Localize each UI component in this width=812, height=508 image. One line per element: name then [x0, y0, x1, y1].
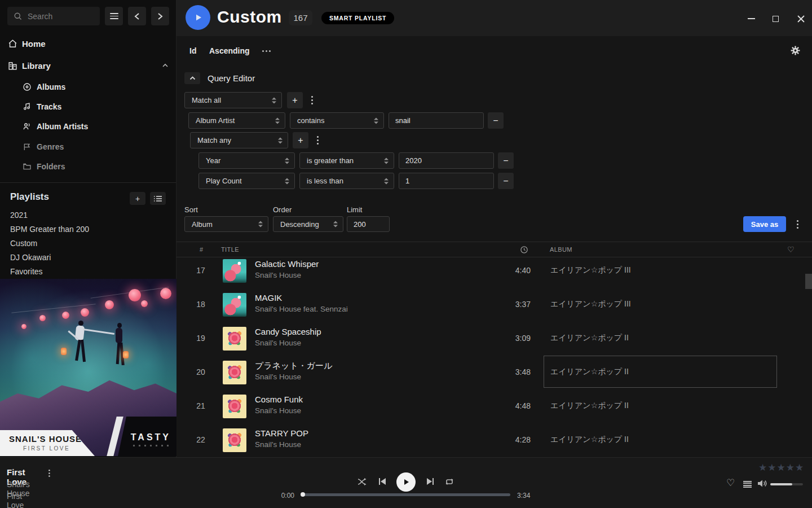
sort-field-chip[interactable]: Id — [189, 46, 196, 55]
menu-icon[interactable] — [105, 7, 123, 25]
track-row[interactable]: 19 Candy Spaceship Snail's House 3:09 エイ… — [176, 321, 812, 355]
save-menu-icon[interactable] — [792, 216, 802, 232]
rule-value-input[interactable] — [389, 112, 484, 129]
playlist-item[interactable]: 2021 — [10, 211, 28, 222]
group-menu-icon[interactable] — [307, 92, 317, 108]
sidebar-item-label: Folders — [37, 162, 65, 171]
track-duration: 3:48 — [481, 355, 531, 389]
playlist-list-icon[interactable] — [150, 192, 166, 205]
rule-field-select[interactable]: Album Artist — [188, 112, 285, 129]
star-icon[interactable]: ★ — [777, 463, 785, 472]
select-caret-icon — [278, 137, 283, 143]
playlist-item[interactable]: BPM Greater than 200 — [10, 225, 89, 236]
chevron-left-icon — [134, 12, 140, 20]
rule-operator-select[interactable]: is less than — [299, 173, 394, 189]
limit-input[interactable] — [347, 216, 390, 232]
save-as-button[interactable]: Save as — [743, 216, 786, 232]
progress-bar[interactable] — [302, 493, 510, 496]
more-options-icon[interactable] — [266, 50, 267, 52]
home-icon — [8, 39, 17, 49]
nested-group-menu-icon[interactable] — [312, 132, 323, 148]
add-rule-button[interactable]: + — [287, 92, 303, 108]
progress-handle[interactable] — [301, 492, 305, 497]
order-select[interactable]: Descending — [273, 216, 343, 232]
minus-icon: − — [503, 177, 508, 186]
track-album-cell[interactable]: エイリアン☆ポップ III — [544, 258, 777, 286]
sort-direction-chip[interactable]: Ascending — [209, 46, 250, 55]
duration-clock-icon[interactable] — [520, 246, 528, 254]
minimize-button[interactable] — [745, 12, 757, 25]
remove-rule-button[interactable]: − — [498, 152, 514, 169]
track-row[interactable]: 17 Galactic Whisper Snail's House 4:40 エ… — [176, 258, 812, 287]
select-caret-icon — [285, 178, 289, 184]
track-album-cell[interactable]: エイリアン☆ポップ II — [544, 423, 777, 456]
shuffle-button[interactable] — [352, 472, 372, 491]
total-time: 3:34 — [517, 492, 530, 500]
close-button[interactable] — [795, 12, 807, 25]
track-row[interactable]: 21 Cosmo Funk Snail's House 4:48 エイリアン☆ポ… — [176, 389, 812, 423]
favorite-heart-icon[interactable]: ♡ — [787, 245, 795, 254]
sidebar: Home Library Albums Tracks Album Artists… — [0, 0, 176, 457]
sidebar-item-album-artists[interactable]: Album Artists — [23, 121, 88, 132]
playlist-item[interactable]: Favorites — [10, 267, 43, 278]
add-nested-rule-button[interactable]: + — [293, 132, 308, 148]
sidebar-item-library[interactable]: Library — [8, 59, 169, 72]
plus-icon: + — [292, 96, 297, 105]
query-editor-collapse-button[interactable] — [184, 72, 200, 84]
search-input[interactable] — [27, 11, 95, 21]
column-album[interactable]: ALBUM — [550, 246, 572, 253]
track-album-cell[interactable]: エイリアン☆ポップ II — [544, 356, 777, 388]
track-album-cell[interactable]: エイリアン☆ポップ III — [544, 288, 777, 320]
previous-track-button[interactable] — [373, 472, 392, 491]
track-row[interactable]: 18 MAGIK Snail's House feat. Sennzai 3:3… — [176, 287, 812, 321]
play-playlist-button[interactable] — [186, 5, 210, 30]
track-row[interactable]: 22 STARRY POP Snail's House 4:28 エイリアン☆ポ… — [176, 423, 812, 457]
now-playing-artwork[interactable]: TASTY SNAIL'S HOUSE FIRST LOVE — [0, 279, 176, 456]
chevron-up-icon[interactable] — [162, 63, 169, 68]
remove-rule-button[interactable]: − — [498, 173, 514, 189]
star-icon[interactable]: ★ — [758, 463, 767, 472]
track-row[interactable]: 20 プラネット・ガール Snail's House 3:48 エイリアン☆ポッ… — [176, 355, 812, 389]
sidebar-item-albums[interactable]: Albums — [23, 81, 65, 93]
nested-match-type-select[interactable]: Match any — [190, 132, 288, 148]
back-button[interactable] — [128, 7, 146, 25]
now-playing-menu-icon[interactable] — [45, 466, 53, 480]
play-pause-button[interactable] — [396, 472, 416, 492]
settings-gear-icon[interactable] — [790, 45, 801, 56]
forward-button[interactable] — [151, 7, 169, 25]
label-logo-subtext — [167, 445, 169, 446]
rule-operator-select[interactable]: is greater than — [299, 152, 394, 169]
rule-field-select[interactable]: Play Count — [198, 173, 295, 189]
remove-rule-button[interactable]: − — [488, 112, 504, 129]
repeat-button[interactable] — [440, 472, 459, 491]
scrollbar-thumb[interactable] — [805, 274, 812, 289]
sidebar-item-tracks[interactable]: Tracks — [23, 101, 61, 112]
volume-icon[interactable] — [757, 479, 767, 488]
volume-slider[interactable] — [770, 483, 803, 485]
star-icon[interactable]: ★ — [786, 463, 795, 472]
next-track-button[interactable] — [421, 472, 440, 491]
queue-icon[interactable] — [743, 481, 752, 488]
playlist-item[interactable]: DJ Okawari — [10, 253, 51, 264]
sidebar-item-folders[interactable]: Folders — [23, 161, 65, 172]
rule-operator-select[interactable]: contains — [290, 112, 384, 129]
column-index[interactable]: # — [200, 246, 204, 253]
star-icon[interactable]: ★ — [767, 463, 776, 472]
column-title[interactable]: TITLE — [221, 246, 239, 253]
sidebar-item-genres[interactable]: Genres — [23, 141, 64, 152]
flag-icon — [23, 142, 32, 151]
track-artist: Snail's House — [255, 271, 301, 279]
maximize-button[interactable] — [769, 12, 782, 25]
add-playlist-button[interactable]: + — [130, 192, 145, 205]
track-album-cell[interactable]: エイリアン☆ポップ II — [544, 322, 777, 354]
rule-value-input[interactable] — [399, 152, 494, 169]
rule-value-input[interactable] — [399, 173, 494, 189]
favorite-heart-icon[interactable]: ♡ — [726, 478, 735, 488]
match-type-select[interactable]: Match all — [184, 92, 282, 108]
sort-select[interactable]: Album — [184, 216, 268, 232]
rule-field-select[interactable]: Year — [198, 152, 295, 169]
sidebar-item-home[interactable]: Home — [8, 37, 46, 50]
track-album-cell[interactable]: エイリアン☆ポップ II — [544, 389, 777, 422]
playlist-item[interactable]: Custom — [10, 239, 37, 250]
star-icon[interactable]: ★ — [795, 463, 804, 472]
